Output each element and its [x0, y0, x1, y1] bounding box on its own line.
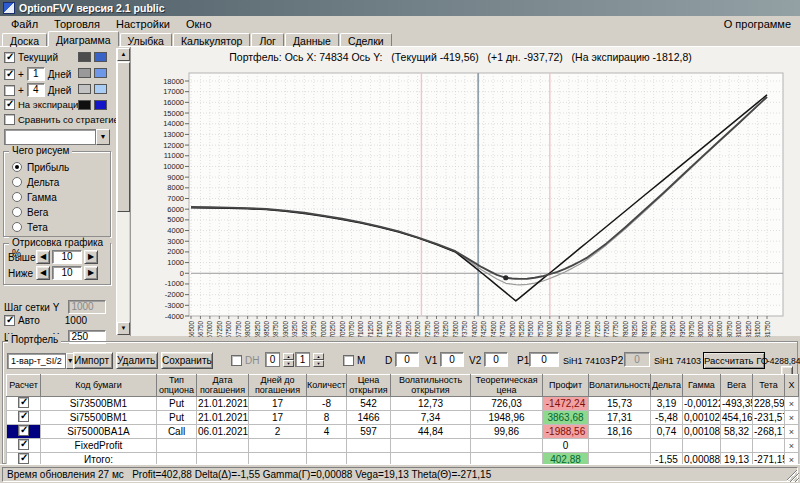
cell[interactable]: 3863,68 — [543, 411, 589, 425]
cell[interactable]: 21.01.2021 — [197, 397, 249, 411]
row-close-button[interactable]: × — [785, 411, 799, 425]
settings-scrollbar[interactable]: ▲ ▼ — [116, 48, 129, 335]
plus4-days-input[interactable]: 4 — [27, 83, 45, 97]
cell[interactable]: 454,16 — [721, 411, 753, 425]
row-close-button[interactable]: × — [785, 439, 799, 453]
cell[interactable] — [249, 439, 307, 453]
tab-6[interactable]: Данные — [285, 33, 339, 46]
menu-settings[interactable]: Настройки — [108, 18, 178, 30]
cell[interactable]: 21.01.2021 — [197, 411, 249, 425]
plus4-alt-swatch[interactable] — [94, 84, 107, 94]
preset-dropdown[interactable]: 1-вар-т_SI/2 ▼ — [7, 352, 67, 369]
cell[interactable]: Put — [157, 397, 197, 411]
cell[interactable] — [589, 439, 651, 453]
cell[interactable]: 58,32 — [721, 425, 753, 439]
cell[interactable]: 542 — [347, 397, 391, 411]
m-checkbox[interactable] — [343, 355, 354, 366]
dh-spinner-1[interactable]: 0 ▲▼ — [265, 352, 294, 367]
cell[interactable]: -268,17 — [753, 425, 785, 439]
dh-spinner-2[interactable]: 1 ▲▼ — [295, 352, 324, 367]
cell[interactable] — [753, 439, 785, 453]
menu-window[interactable]: Окно — [178, 18, 220, 30]
row-select-cell[interactable] — [7, 425, 41, 439]
tab-1[interactable]: Доска — [2, 33, 47, 46]
grid-step-y-input[interactable]: 1000 — [68, 300, 106, 314]
row-select-cell[interactable] — [7, 411, 41, 425]
spin-up-icon[interactable]: ▲ — [313, 353, 324, 360]
plus1-days-input[interactable]: 1 — [27, 67, 45, 81]
radio-Вега[interactable] — [12, 207, 22, 217]
row-calc-checkbox[interactable] — [18, 425, 29, 436]
cell[interactable]: -231,57 — [753, 411, 785, 425]
scroll-down-icon[interactable]: ▼ — [117, 322, 130, 335]
dh-checkbox[interactable] — [231, 355, 242, 366]
import-button[interactable]: Импорт — [73, 352, 113, 369]
cell[interactable]: Put — [157, 411, 197, 425]
cell[interactable]: Si75000BA1A — [41, 425, 157, 439]
row-close-button[interactable]: × — [785, 397, 799, 411]
tab-2[interactable]: Диаграмма — [48, 31, 119, 46]
tab-4[interactable]: Калькулятор — [173, 33, 250, 46]
scrollbar-thumb[interactable] — [117, 62, 130, 212]
tab-3[interactable]: Улыбка — [120, 33, 172, 46]
row-calc-checkbox[interactable] — [18, 439, 29, 450]
cell[interactable]: 0,001027 — [683, 411, 721, 425]
radio-Прибыль[interactable] — [12, 162, 22, 172]
scroll-up-icon[interactable]: ▲ — [117, 48, 130, 61]
row-select-cell[interactable] — [7, 397, 41, 411]
cell[interactable]: -5,48 — [651, 411, 683, 425]
radio-Дельта[interactable] — [12, 177, 22, 187]
cell[interactable]: 44,84 — [391, 425, 471, 439]
strategy-dropdown[interactable]: ▼ — [4, 129, 110, 145]
cell[interactable]: 0 — [543, 439, 589, 453]
plus4-checkbox[interactable] — [4, 85, 15, 96]
save-button[interactable]: Сохранить — [161, 352, 213, 369]
expiration-line-swatch[interactable] — [78, 100, 91, 110]
compare-strategy-checkbox[interactable] — [4, 114, 15, 125]
cell[interactable]: -493,35 — [721, 397, 753, 411]
delete-button[interactable]: Удалить — [116, 352, 158, 369]
cell[interactable] — [347, 439, 391, 453]
radio-Гамма[interactable] — [12, 192, 22, 202]
cell[interactable] — [391, 439, 471, 453]
plus1-checkbox[interactable] — [4, 69, 15, 80]
spin-down-icon[interactable]: ▼ — [283, 360, 294, 367]
radio-Тета[interactable] — [12, 222, 22, 232]
cell[interactable]: 1948,96 — [471, 411, 543, 425]
row-calc-checkbox[interactable] — [18, 397, 29, 408]
cell[interactable]: FixedProfit — [41, 439, 157, 453]
p2-input[interactable]: 0 — [624, 352, 650, 367]
cell[interactable]: -1472,24 — [543, 397, 589, 411]
row-close-button[interactable]: × — [785, 425, 799, 439]
cell[interactable] — [721, 439, 753, 453]
cell[interactable]: 99,86 — [471, 425, 543, 439]
current-line-swatch[interactable] — [78, 52, 91, 62]
cell[interactable]: -8 — [307, 397, 347, 411]
spin-down-icon[interactable]: ▼ — [313, 360, 324, 367]
menu-about[interactable]: О программе — [718, 18, 797, 30]
current-alt-swatch[interactable] — [94, 52, 107, 62]
above-decrease-button[interactable]: ◀ — [36, 250, 50, 264]
above-value-input[interactable]: 10 — [52, 250, 82, 264]
cell[interactable]: 3,19 — [651, 397, 683, 411]
d-input[interactable]: 0 — [395, 352, 419, 367]
tab-5[interactable]: Лог — [251, 33, 284, 46]
below-decrease-button[interactable]: ◀ — [36, 266, 50, 280]
cell[interactable]: 2 — [249, 425, 307, 439]
cell[interactable]: 7,34 — [391, 411, 471, 425]
cell[interactable]: -1988,56 — [543, 425, 589, 439]
menu-trading[interactable]: Торговля — [46, 18, 108, 30]
cell[interactable]: Si73500BM1 — [41, 397, 157, 411]
cell[interactable]: 597 — [347, 425, 391, 439]
profit-chart[interactable]: -4000-3000-2000-100001000200030004000500… — [131, 47, 800, 337]
cell[interactable]: 18,16 — [589, 425, 651, 439]
row-calc-checkbox[interactable] — [18, 411, 29, 422]
cell[interactable]: 17 — [249, 411, 307, 425]
current-checkbox[interactable] — [4, 52, 15, 63]
cell[interactable]: Si75500BM1 — [41, 411, 157, 425]
cell[interactable] — [157, 439, 197, 453]
below-increase-button[interactable]: ▶ — [84, 266, 98, 280]
cell[interactable]: 06.01.2021 — [197, 425, 249, 439]
cell[interactable] — [197, 439, 249, 453]
cell[interactable]: 726,03 — [471, 397, 543, 411]
